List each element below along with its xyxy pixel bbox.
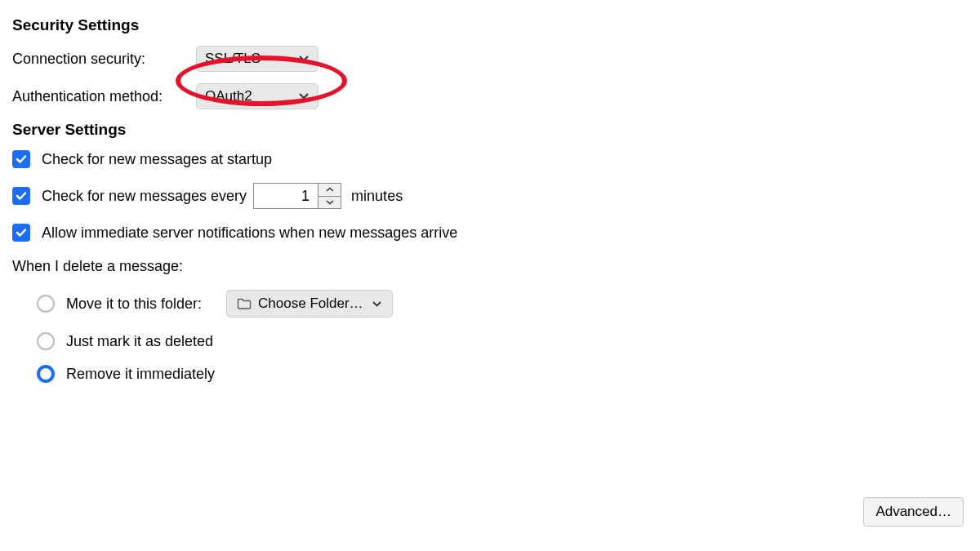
choose-folder-value: Choose Folder… [258, 295, 363, 312]
move-to-folder-radio[interactable] [37, 295, 55, 313]
mark-deleted-radio[interactable] [37, 332, 55, 350]
delete-message-heading: When I delete a message: [12, 258, 968, 275]
authentication-method-label: Authentication method: [12, 88, 196, 105]
choose-folder-select[interactable]: Choose Folder… [226, 290, 393, 318]
server-settings-heading: Server Settings [12, 121, 968, 139]
allow-notifications-checkbox[interactable] [12, 224, 30, 242]
allow-notifications-label: Allow immediate server notifications whe… [42, 224, 457, 242]
move-to-folder-label: Move it to this folder: [66, 295, 202, 313]
connection-security-label: Connection security: [12, 51, 196, 68]
check-every-checkbox[interactable] [12, 187, 30, 205]
mark-deleted-label: Just mark it as deleted [66, 333, 213, 350]
interval-spinner [318, 183, 341, 209]
advanced-button[interactable]: Advanced… [863, 497, 964, 527]
connection-security-select[interactable]: SSL/TLS [196, 46, 318, 72]
interval-up-button[interactable] [318, 184, 341, 197]
chevron-down-icon [298, 92, 310, 100]
remove-immediately-radio[interactable] [37, 365, 55, 383]
security-settings-heading: Security Settings [12, 16, 968, 34]
check-startup-label: Check for new messages at startup [42, 151, 272, 168]
check-interval-input[interactable] [253, 183, 318, 209]
check-startup-checkbox[interactable] [12, 150, 30, 168]
remove-immediately-label: Remove it immediately [66, 366, 215, 383]
authentication-method-select[interactable]: OAuth2 [196, 83, 318, 109]
folder-icon [237, 298, 252, 309]
authentication-method-value: OAuth2 [205, 88, 252, 104]
interval-down-button[interactable] [318, 197, 341, 209]
check-every-label-suffix: minutes [351, 188, 403, 205]
connection-security-value: SSL/TLS [205, 51, 261, 67]
chevron-down-icon [298, 55, 310, 63]
chevron-down-icon [372, 300, 382, 308]
check-every-label-prefix: Check for new messages every [42, 188, 247, 205]
